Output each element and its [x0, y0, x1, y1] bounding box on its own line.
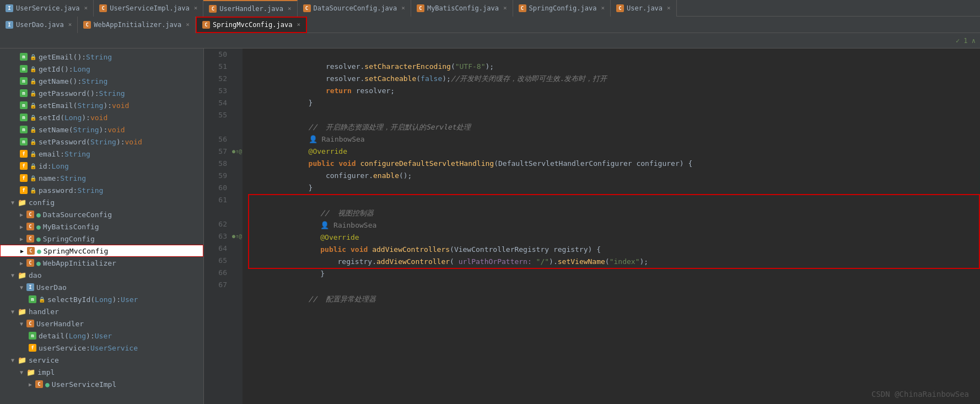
sidebar-item-email-field[interactable]: f 🔒 email:String: [0, 148, 203, 160]
sidebar-folder-service[interactable]: ▼ 📁 service: [0, 354, 203, 366]
tab-icon-SpringConfig: C: [519, 4, 526, 12]
tab-label-DataSourceConfig: DataSourceConfig.java: [314, 4, 397, 12]
folder-label: service: [29, 356, 59, 364]
sidebar-item-setName[interactable]: m 🔒 setName(String):void: [0, 123, 203, 136]
tab-label-MyBatisConfig: MyBatisConfig.java: [427, 4, 499, 12]
tab-label-WebAppInitializer: WebAppInitializer.java: [94, 21, 181, 29]
lock-icon: 🔒: [30, 139, 36, 145]
sidebar-item-id-field[interactable]: f 🔒 id:Long: [0, 160, 203, 172]
tab-close-MyBatisConfig[interactable]: ×: [503, 4, 507, 12]
item-text: getEmail():String: [39, 53, 112, 61]
folder-icon: 📁: [18, 356, 26, 364]
item-text: UserDao: [36, 283, 67, 292]
folder-icon: 📁: [18, 308, 26, 316]
sidebar-folder-dao[interactable]: ▼ 📁 dao: [0, 269, 203, 281]
sidebar-item-SpringMvcConfig[interactable]: ▶ C ● SpringMvcConfig: [0, 245, 203, 257]
folder-label: config: [29, 198, 55, 207]
code-line-67: // 配置异常处理器: [248, 281, 980, 293]
tab-close-SpringMvcConfig[interactable]: ×: [297, 21, 300, 28]
tab-close-UserService[interactable]: ×: [84, 4, 88, 12]
sidebar-item-DataSourceConfig[interactable]: ▶ C ● DataSourceConfig: [0, 208, 203, 220]
tab-WebAppInitializer[interactable]: C WebAppInitializer.java ×: [78, 17, 196, 33]
sidebar-item-SpringConfig[interactable]: ▶ C ● SpringConfig: [0, 233, 203, 245]
sidebar-item-selectById[interactable]: m 🔒 selectById(Long):User: [0, 293, 203, 305]
chevron-down-icon: ▼: [20, 284, 23, 290]
sidebar-item-setPassword[interactable]: m 🔒 setPassword(String):void: [0, 136, 203, 148]
sidebar-item-getName[interactable]: m 🔒 getName():String: [0, 75, 203, 87]
sidebar-item-getPassword[interactable]: m 🔒 getPassword():String: [0, 87, 203, 99]
sidebar-item-detail[interactable]: m detail(Long):User: [0, 330, 203, 342]
sidebar-folder-config[interactable]: ▼ 📁 config: [0, 196, 203, 208]
sidebar-item-getEmail[interactable]: m 🔒 getEmail():String: [0, 51, 203, 63]
chevron-right-icon: ▶: [29, 381, 32, 387]
tab-UserDao[interactable]: I UserDao.java ×: [0, 17, 78, 33]
sidebar-item-UserHandler[interactable]: ▼ C UserHandler: [0, 317, 203, 330]
tab-SpringConfig[interactable]: C SpringConfig.java ×: [513, 0, 611, 17]
tab-close-SpringConfig[interactable]: ×: [601, 4, 605, 12]
lock-icon: 🔒: [30, 127, 36, 133]
item-text: setPassword(String):void: [39, 138, 142, 146]
folder-label: handler: [29, 308, 59, 316]
decorator-dot: ●: [36, 235, 41, 243]
folder-icon: 📁: [18, 198, 26, 207]
chevron-down-icon: ▼: [11, 200, 14, 206]
tab-close-User[interactable]: ×: [667, 4, 671, 12]
lock-icon: 🔒: [30, 151, 36, 157]
tab-close-UserServiceImpl[interactable]: ×: [194, 4, 198, 12]
line-numbers: 50 51 52 53 54 55 56 57 58 59 60 61 62 6…: [204, 49, 231, 404]
tab-User[interactable]: C User.java ×: [611, 0, 677, 17]
tab-icon-User: C: [616, 4, 624, 12]
tab-close-WebAppInitializer[interactable]: ×: [186, 21, 190, 28]
tab-close-DataSourceConfig[interactable]: ×: [401, 4, 405, 12]
sidebar: m 🔒 getEmail():String m 🔒 getId():Long m…: [0, 49, 204, 404]
item-text: setName(String):void: [39, 126, 125, 134]
chevron-down-icon: ▼: [20, 369, 23, 375]
sidebar-item-MyBatisConfig[interactable]: ▶ C ● MyBatisConfig: [0, 220, 203, 233]
class-icon: C: [26, 320, 34, 327]
code-line-55: // 开启静态资源处理，开启默认的Servlet处理: [248, 109, 980, 121]
field-icon: f: [20, 162, 28, 170]
lock-icon: 🔒: [30, 175, 36, 181]
tab-bar-top: I UserService.java × C UserServiceImpl.j…: [0, 0, 980, 17]
sidebar-item-setId[interactable]: m 🔒 setId(Long):void: [0, 111, 203, 123]
chevron-down-icon: ▼: [11, 309, 14, 315]
sidebar-folder-handler[interactable]: ▼ 📁 handler: [0, 305, 203, 317]
tab-close-UserDao[interactable]: ×: [68, 21, 72, 28]
tab-UserServiceImpl[interactable]: C UserServiceImpl.java ×: [94, 0, 203, 17]
tab-DataSourceConfig[interactable]: C DataSourceConfig.java ×: [298, 0, 411, 17]
lock-icon: 🔒: [30, 103, 36, 109]
tab-MyBatisConfig[interactable]: C MyBatisConfig.java ×: [411, 0, 513, 17]
class-icon: C: [35, 380, 43, 388]
decorator-dot: ●: [36, 259, 41, 267]
check-badge: ✓ 1 ∧: [956, 37, 976, 45]
code-editor[interactable]: 50 51 52 53 54 55 56 57 58 59 60 61 62 6…: [204, 49, 980, 404]
sidebar-item-userService-field[interactable]: f userService:UserService: [0, 342, 203, 354]
class-icon: C: [26, 235, 34, 243]
sidebar-item-password-field[interactable]: f 🔒 password:String: [0, 184, 203, 196]
tab-UserService[interactable]: I UserService.java ×: [0, 0, 94, 17]
class-icon: C: [27, 247, 35, 255]
sidebar-item-UserServiceImpl[interactable]: ▶ C ● UserServiceImpl: [0, 378, 203, 390]
sidebar-folder-impl[interactable]: ▼ 📁 impl: [0, 366, 203, 378]
sidebar-item-WebAppInitializer[interactable]: ▶ C ● WebAppInitializer: [0, 257, 203, 269]
sidebar-item-getId[interactable]: m 🔒 getId():Long: [0, 63, 203, 75]
item-text: setEmail(String):void: [39, 101, 129, 110]
item-text: SpringMvcConfig: [44, 247, 108, 255]
tab-label-UserDao: UserDao.java: [16, 21, 64, 29]
code-line-54: [248, 97, 980, 109]
lock-icon: 🔒: [30, 90, 36, 96]
sidebar-item-name-field[interactable]: f 🔒 name:String: [0, 172, 203, 184]
lock-icon: 🔒: [30, 187, 36, 193]
chevron-right-icon: ▶: [20, 236, 23, 242]
tab-UserHandler[interactable]: C UserHandler.java ×: [203, 0, 297, 17]
tab-close-UserHandler[interactable]: ×: [288, 5, 292, 12]
chevron-right-icon: ▶: [20, 260, 23, 266]
gutter: ●↑@ ●↑@: [231, 49, 243, 404]
sidebar-item-setEmail[interactable]: m 🔒 setEmail(String):void: [0, 99, 203, 111]
decorator-dot: ●: [45, 380, 50, 389]
decorator-dot: ●: [36, 223, 41, 231]
lock-icon: 🔒: [30, 66, 36, 72]
field-icon: f: [20, 174, 28, 182]
sidebar-item-UserDao[interactable]: ▼ I UserDao: [0, 281, 203, 293]
tab-SpringMvcConfig[interactable]: C SpringMvcConfig.java ×: [196, 17, 307, 33]
